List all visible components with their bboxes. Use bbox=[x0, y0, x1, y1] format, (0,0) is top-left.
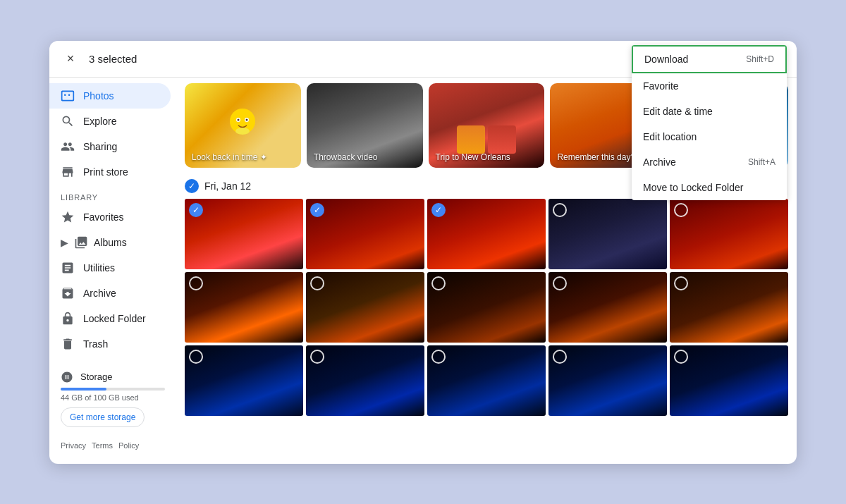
storage-bar-background bbox=[61, 388, 165, 391]
menu-item-download[interactable]: Download Shift+D bbox=[632, 45, 787, 73]
select-circle-9[interactable] bbox=[553, 276, 567, 290]
photo-cell-14[interactable] bbox=[548, 345, 667, 416]
menu-item-archive[interactable]: Archive Shift+A bbox=[632, 149, 787, 175]
date-label: Fri, Jan 12 bbox=[204, 180, 251, 192]
select-circle-14[interactable] bbox=[553, 350, 567, 364]
menu-item-favorite[interactable]: Favorite bbox=[632, 73, 787, 99]
sidebar-item-utilities[interactable]: Utilities bbox=[49, 255, 171, 281]
sidebar-item-utilities-label: Utilities bbox=[83, 262, 115, 273]
sidebar: Photos Explore Sharing Print store bbox=[49, 78, 176, 464]
select-circle-7[interactable] bbox=[310, 276, 324, 290]
photo-cell-7[interactable] bbox=[306, 272, 424, 343]
photo-cell-13[interactable] bbox=[427, 345, 546, 416]
photo-cell-12[interactable] bbox=[306, 345, 424, 416]
star-icon bbox=[61, 210, 75, 224]
photo-cell-2[interactable]: ✓ bbox=[306, 199, 424, 269]
menu-item-download-label: Download bbox=[644, 54, 688, 65]
sidebar-item-print-label: Print store bbox=[83, 166, 128, 178]
search-icon bbox=[61, 114, 75, 128]
get-more-storage-button[interactable]: Get more storage bbox=[61, 407, 145, 427]
select-circle-4[interactable] bbox=[553, 203, 567, 217]
photo-cell-5[interactable] bbox=[670, 199, 788, 269]
menu-item-edit-date-time[interactable]: Edit date & time bbox=[632, 99, 787, 124]
story-neworleans-label: Trip to New Orleans bbox=[436, 152, 510, 162]
sidebar-item-trash-label: Trash bbox=[83, 338, 108, 350]
select-circle-3[interactable]: ✓ bbox=[431, 203, 446, 217]
photo-cell-6[interactable] bbox=[185, 272, 303, 343]
menu-item-edit-location[interactable]: Edit location bbox=[632, 124, 787, 149]
sidebar-item-favorites-label: Favorites bbox=[83, 211, 124, 223]
sidebar-item-explore-label: Explore bbox=[83, 116, 116, 127]
utilities-icon bbox=[61, 261, 75, 275]
sidebar-item-print-store[interactable]: Print store bbox=[49, 159, 171, 185]
select-circle-13[interactable] bbox=[431, 350, 446, 364]
svg-point-4 bbox=[246, 118, 248, 121]
photo-cell-9[interactable] bbox=[548, 272, 667, 343]
story-card-neworleans[interactable]: Trip to New Orleans bbox=[429, 83, 545, 168]
trash-icon bbox=[61, 337, 75, 351]
privacy-link[interactable]: Privacy bbox=[61, 441, 86, 450]
select-circle-2[interactable]: ✓ bbox=[310, 203, 324, 217]
menu-item-archive-shortcut: Shift+A bbox=[748, 157, 776, 167]
photo-cell-8[interactable] bbox=[427, 272, 546, 343]
sidebar-item-albums-label: Albums bbox=[94, 237, 127, 248]
storage-label: Storage bbox=[61, 371, 165, 383]
people-icon bbox=[61, 140, 75, 154]
sidebar-item-sharing-label: Sharing bbox=[83, 141, 117, 152]
svg-point-3 bbox=[238, 118, 240, 121]
select-circle-12[interactable] bbox=[310, 350, 324, 364]
close-button[interactable]: × bbox=[61, 49, 80, 68]
storage-used-text: 44 GB of 100 GB used bbox=[61, 393, 165, 402]
photo-cell-3[interactable]: ✓ bbox=[427, 199, 546, 269]
photo-cell-10[interactable] bbox=[670, 272, 788, 343]
svg-point-5 bbox=[235, 128, 250, 135]
terms-link[interactable]: Terms bbox=[92, 441, 113, 450]
sidebar-footer: Privacy Terms Policy bbox=[49, 436, 176, 455]
sidebar-item-sharing[interactable]: Sharing bbox=[49, 134, 171, 159]
photo-grid-row3 bbox=[185, 345, 788, 416]
select-circle-10[interactable] bbox=[674, 276, 688, 290]
chevron-right-icon: ▶ bbox=[61, 237, 68, 248]
select-circle-11[interactable] bbox=[189, 350, 203, 364]
story-remember-label: Remember this day? bbox=[557, 152, 635, 162]
sidebar-item-albums[interactable]: ▶ Albums bbox=[49, 230, 171, 255]
select-circle-6[interactable] bbox=[189, 276, 203, 290]
storage-section: Storage 44 GB of 100 GB used Get more st… bbox=[49, 362, 176, 436]
policy-link[interactable]: Policy bbox=[118, 441, 139, 450]
menu-item-download-shortcut: Shift+D bbox=[746, 54, 774, 64]
header-bar: × 3 selected Download Shift+D Favorite E… bbox=[49, 41, 797, 78]
sidebar-item-explore[interactable]: Explore bbox=[49, 109, 171, 134]
lock-icon bbox=[61, 312, 75, 326]
albums-icon bbox=[74, 235, 88, 250]
sidebar-item-favorites[interactable]: Favorites bbox=[49, 204, 171, 230]
story-card-throwback[interactable]: Throwback video bbox=[307, 83, 423, 168]
storage-title: Storage bbox=[80, 371, 113, 382]
menu-item-archive-label: Archive bbox=[643, 156, 676, 168]
photo-cell-15[interactable] bbox=[670, 345, 788, 416]
sidebar-item-archive[interactable]: Archive bbox=[49, 281, 171, 306]
select-circle-1[interactable]: ✓ bbox=[189, 203, 203, 217]
app-window: × 3 selected Download Shift+D Favorite E… bbox=[49, 41, 797, 464]
context-menu: Download Shift+D Favorite Edit date & ti… bbox=[632, 45, 787, 200]
select-circle-8[interactable] bbox=[431, 276, 446, 290]
store-icon bbox=[61, 165, 75, 179]
select-circle-15[interactable] bbox=[674, 350, 688, 364]
photo-cell-4[interactable] bbox=[548, 199, 667, 269]
date-check-icon[interactable]: ✓ bbox=[185, 179, 199, 193]
photo-cell-11[interactable] bbox=[185, 345, 303, 416]
story-card-simpsons[interactable]: Look back in time ✦ bbox=[185, 83, 301, 168]
photos-icon bbox=[61, 89, 75, 103]
sidebar-item-archive-label: Archive bbox=[83, 288, 116, 299]
menu-item-move-locked[interactable]: Move to Locked Folder bbox=[632, 175, 787, 200]
menu-item-edit-location-label: Edit location bbox=[643, 131, 697, 142]
menu-item-favorite-label: Favorite bbox=[643, 80, 679, 92]
sidebar-item-photos[interactable]: Photos bbox=[49, 83, 171, 109]
sidebar-item-locked-folder[interactable]: Locked Folder bbox=[49, 306, 171, 331]
library-section-label: LIBRARY bbox=[49, 185, 176, 204]
storage-bar-fill bbox=[61, 388, 106, 391]
photo-grid-row2 bbox=[185, 272, 788, 343]
select-circle-5[interactable] bbox=[674, 203, 688, 217]
sidebar-item-trash[interactable]: Trash bbox=[49, 331, 171, 357]
photo-cell-1[interactable]: ✓ bbox=[185, 199, 303, 269]
menu-item-move-locked-label: Move to Locked Folder bbox=[643, 182, 743, 193]
